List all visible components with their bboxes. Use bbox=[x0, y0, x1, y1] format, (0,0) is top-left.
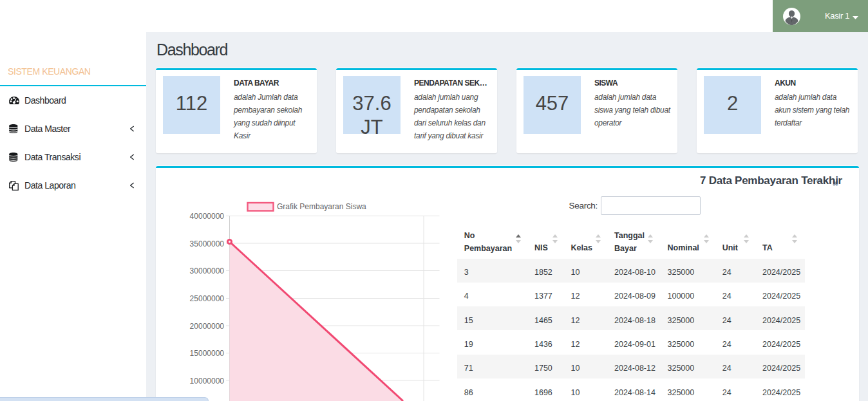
svg-text:25000000: 25000000 bbox=[190, 294, 225, 303]
svg-text:40000000: 40000000 bbox=[190, 212, 225, 221]
svg-text:20000000: 20000000 bbox=[190, 322, 225, 331]
svg-text:35000000: 35000000 bbox=[190, 239, 225, 248]
svg-text:10000000: 10000000 bbox=[190, 377, 225, 386]
svg-text:15000000: 15000000 bbox=[190, 349, 225, 358]
svg-text:30000000: 30000000 bbox=[190, 266, 225, 275]
